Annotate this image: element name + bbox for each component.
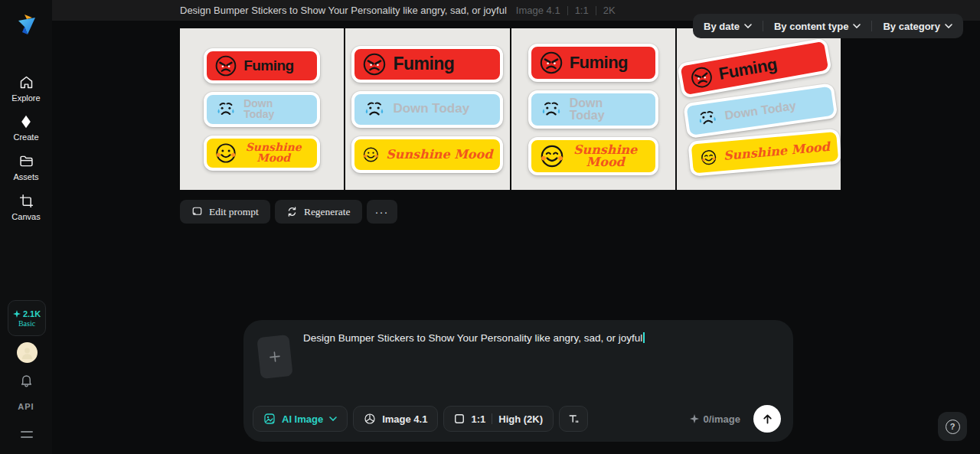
arrow-up-icon <box>761 413 774 426</box>
diamond-icon <box>18 114 34 129</box>
plus-icon <box>268 350 282 364</box>
edit-icon <box>191 206 203 217</box>
canvas-icon <box>18 193 34 209</box>
chevron-down-icon <box>744 24 752 28</box>
home-icon <box>18 74 34 90</box>
sticker-label: Fuming <box>717 54 779 84</box>
sticker-label: Sunshine Mood <box>723 141 830 162</box>
sparkle-icon <box>13 310 21 318</box>
chevron-down-icon <box>329 416 337 421</box>
angry-face-icon <box>539 51 564 75</box>
sticker-label: Down Today <box>243 99 285 119</box>
sticker-sunshine-mood: Sunshine Mood <box>204 136 320 171</box>
plan-label: Basic <box>18 319 35 328</box>
sticker-label: Sunshine Mood <box>386 149 492 160</box>
meta-ratio: 1:1 <box>575 5 589 16</box>
filter-bar: By date By content type By category <box>693 14 963 38</box>
generation-cost: 0/image <box>690 413 740 425</box>
sticker-down-today: Down Today <box>528 90 658 129</box>
generation-meta: Image 4.1 1:1 2K <box>516 5 616 16</box>
mode-selector[interactable]: AI Image <box>253 406 348 432</box>
ellipsis-icon: ··· <box>375 205 389 218</box>
sidebar-item-create[interactable]: Create <box>0 114 52 142</box>
menu-lines-icon[interactable] <box>21 431 33 442</box>
crying-face-icon <box>694 105 720 131</box>
sticker-label: Sunshine Mood <box>243 142 303 163</box>
sidebar-item-assets[interactable]: Assets <box>0 153 52 181</box>
generated-image-3[interactable]: Fuming Down Today Sunshine Mood <box>511 28 675 190</box>
angry-face-icon <box>214 54 237 77</box>
sticker-label: Fuming <box>570 53 628 73</box>
button-divider <box>492 413 492 424</box>
more-options-button[interactable]: ··· <box>367 200 397 224</box>
sticker-fuming: Fuming <box>351 46 503 83</box>
quality-value: High (2K) <box>498 413 543 425</box>
smiley-face-icon <box>214 142 237 165</box>
angry-face-icon <box>688 64 715 90</box>
person-icon <box>21 346 34 359</box>
sidebar-item-label: Assets <box>13 172 38 181</box>
model-selector[interactable]: Image 4.1 <box>353 406 438 432</box>
page-title: Design Bumper Stickers to Show Your Pers… <box>180 5 507 16</box>
sidebar-item-canvas[interactable]: Canvas <box>0 193 52 221</box>
filter-by-content-type[interactable]: By content type <box>763 14 872 38</box>
add-image-thumbnail[interactable] <box>256 335 292 379</box>
sticker-sunshine-mood: Sunshine Mood <box>351 136 503 173</box>
generated-image-4[interactable]: Fuming Down Today Sunshine Mood <box>677 28 841 190</box>
meta-model: Image 4.1 <box>516 5 560 16</box>
sticker-label: Down Today <box>570 97 623 120</box>
crying-face-icon <box>214 98 237 121</box>
composer-toolbar: AI Image Image 4.1 1:1 High (2K) 0/image <box>253 406 781 432</box>
aspect-ratio-icon <box>454 413 465 424</box>
api-link[interactable]: API <box>0 402 52 411</box>
credits-badge[interactable]: 2.1K Basic <box>8 300 46 336</box>
smiley-face-icon <box>699 145 718 169</box>
meta-divider <box>567 6 568 15</box>
question-icon <box>946 420 960 434</box>
edit-prompt-button[interactable]: Edit prompt <box>180 200 270 224</box>
credits-amount: 2.1K <box>23 309 41 318</box>
prompt-input[interactable]: Design Bumper Stickers to Show Your Pers… <box>303 332 773 345</box>
prompt-composer: Design Bumper Stickers to Show Your Pers… <box>243 320 793 442</box>
sidebar-item-explore[interactable]: Explore <box>0 74 52 103</box>
sidebar-item-label: Canvas <box>11 212 40 221</box>
help-button[interactable] <box>938 412 967 441</box>
crying-face-icon <box>362 97 387 122</box>
text-style-button[interactable] <box>559 406 588 432</box>
crying-face-icon <box>539 97 564 122</box>
meta-divider <box>596 6 596 15</box>
app-logo-icon[interactable] <box>12 11 40 39</box>
text-caret <box>643 332 645 343</box>
sticker-label: Fuming <box>243 57 294 74</box>
generated-image-1[interactable]: Fuming Down Today Sunshine Mood <box>180 28 344 190</box>
sidebar-nav: Explore Create Assets Canvas <box>0 74 52 221</box>
sidebar: Explore Create Assets Canvas 2.1K Basic … <box>0 0 52 454</box>
chevron-down-icon <box>945 24 952 28</box>
sticker-down-today: Down Today <box>351 91 503 128</box>
result-actions: Edit prompt Regenerate ··· <box>180 200 397 224</box>
folder-icon <box>18 153 34 169</box>
notifications-bell-icon[interactable] <box>19 373 34 387</box>
smiley-face-icon <box>362 142 380 167</box>
meta-quality: 2K <box>603 5 616 16</box>
ratio-quality-selector[interactable]: 1:1 High (2K) <box>443 406 554 432</box>
sparkle-icon <box>690 414 699 423</box>
sidebar-item-label: Create <box>13 132 38 142</box>
generated-results-grid: Fuming Down Today Sunshine Mood Fuming D… <box>180 28 841 190</box>
sticker-label: Down Today <box>724 100 797 121</box>
filter-by-category[interactable]: By category <box>872 14 962 38</box>
model-cube-icon <box>364 413 376 425</box>
regenerate-button[interactable]: Regenerate <box>275 200 362 224</box>
sticker-label: Down Today <box>393 103 469 115</box>
regenerate-icon <box>286 206 298 217</box>
user-avatar[interactable] <box>17 342 38 363</box>
sidebar-item-label: Explore <box>11 93 40 103</box>
smiley-face-icon <box>539 143 565 169</box>
chevron-down-icon <box>853 24 861 28</box>
angry-face-icon <box>362 52 387 77</box>
sticker-label: Sunshine Mood <box>571 144 640 167</box>
generated-image-2[interactable]: Fuming Down Today Sunshine Mood <box>345 28 509 190</box>
filter-by-date[interactable]: By date <box>693 14 763 38</box>
sticker-fuming: Fuming <box>528 44 658 82</box>
generate-send-button[interactable] <box>753 405 781 433</box>
